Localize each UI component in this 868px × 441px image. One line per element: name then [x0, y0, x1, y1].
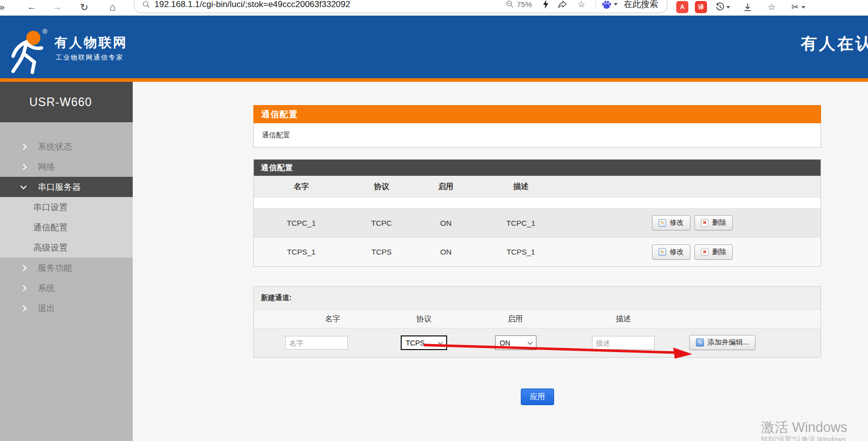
bookmark-star-icon[interactable]: ☆ [572, 0, 590, 12]
col-header-name: 名字 [254, 182, 349, 191]
search-engine-caret-icon[interactable] [614, 3, 618, 6]
col-header-description: 描述 [477, 182, 564, 191]
new-channel-section: 新建通道: 名字 协议 启用 描述 TCPS ON ↖ [253, 286, 821, 358]
new-channel-label: 新建通道: [254, 287, 821, 309]
divider [595, 0, 596, 9]
edit-button[interactable]: ✎ 修改 [652, 215, 690, 230]
sidebar-item-system[interactable]: 系统 [0, 278, 133, 298]
sidebar-item-advanced-settings[interactable]: 高级设置 [0, 237, 133, 258]
edit-button-label: 修改 [670, 218, 684, 227]
add-icon: ↖ [696, 338, 704, 347]
delete-button[interactable]: ✕ 删除 [694, 244, 733, 260]
home-icon[interactable]: ⌂ [105, 0, 120, 14]
table-header-row: 名字 协议 启用 描述 [254, 176, 821, 198]
screen: » ← → ↻ ⌂ 192.168.1.1/cgi-bin/luci/;stok… [0, 0, 868, 441]
sidebar-item-logout[interactable]: 退出 [0, 298, 133, 318]
cell-name: TCPS_1 [254, 248, 349, 256]
sidebar-item-label: 串口设置 [33, 202, 68, 213]
apply-button[interactable]: 应用 [521, 388, 554, 405]
table-row: TCPS_1 TCPS ON TCPS_1 ✎ 修改 ✕ 删除 [254, 237, 821, 266]
edit-pencil-icon: ✎ [659, 248, 666, 256]
cell-protocol: TCPC [349, 219, 414, 227]
url-text[interactable]: 192.168.1.1/cgi-bin/luci/;stok=e49ccc200… [154, 0, 350, 10]
pdf-extension-icon[interactable]: A [675, 0, 690, 14]
cell-enabled: ON [414, 219, 477, 227]
form-col-description: 描述 [616, 314, 631, 324]
header-accent-stripe [0, 78, 868, 82]
registered-mark: ® [42, 28, 47, 35]
back-icon[interactable]: ← [24, 0, 39, 14]
brand-title: 有人物联网 [55, 34, 128, 52]
chevron-right-icon [20, 164, 27, 170]
favorites-star-icon[interactable]: ☆ [764, 0, 779, 14]
brand-subtitle: 工业物联网通信专家 [56, 53, 124, 62]
col-header-protocol: 协议 [349, 182, 414, 191]
description-input[interactable] [592, 336, 655, 350]
baidu-paw-icon[interactable] [601, 0, 612, 9]
chevron-down-icon [20, 183, 27, 189]
sidebar-submenu: 串口设置 通信配置 高级设置 [0, 197, 133, 258]
sidebar-item-service-functions[interactable]: 服务功能 [0, 258, 133, 278]
sidebar-item-label: 高级设置 [33, 242, 68, 254]
sidebar-item-comm-config[interactable]: 通信配置 [0, 217, 133, 237]
browser-toolbar: » ← → ↻ ⌂ 192.168.1.1/cgi-bin/luci/;stok… [0, 0, 868, 16]
form-col-enabled: 启用 [508, 314, 523, 324]
chevron-right-icon [20, 285, 27, 291]
history-icon[interactable] [714, 0, 732, 14]
cell-name: TCPC_1 [254, 219, 349, 227]
download-icon[interactable] [740, 0, 755, 14]
protocol-select[interactable]: TCPS [401, 335, 447, 350]
sidebar-item-serial-server[interactable]: 串口服务器 [0, 177, 133, 197]
select-chevron-icon [438, 339, 443, 345]
chevron-right-icon [20, 305, 27, 312]
table-title: 通信配置 [254, 160, 821, 176]
cell-description: TCPC_1 [477, 219, 564, 227]
scissors-icon[interactable]: ✂ [788, 0, 808, 14]
delete-x-icon: ✕ [701, 248, 709, 256]
edit-button-label: 修改 [670, 248, 684, 257]
sidebar-item-serial-settings[interactable]: 串口设置 [0, 197, 133, 217]
sidebar-item-label: 服务功能 [38, 262, 72, 274]
table-empty-row [254, 198, 821, 209]
page-title: 通信配置 [253, 105, 821, 123]
enabled-select[interactable]: ON [495, 335, 536, 350]
col-header-enabled: 启用 [414, 182, 477, 191]
add-and-edit-label: 添加并编辑... [708, 338, 749, 347]
header-slogan: 有人在认真 [801, 33, 868, 55]
edit-pencil-icon: ✎ [659, 219, 666, 227]
delete-button[interactable]: ✕ 删除 [694, 215, 733, 230]
edit-button[interactable]: ✎ 修改 [652, 244, 690, 260]
zoom-level[interactable]: 75% [517, 0, 532, 9]
sidebar-item-network[interactable]: 网络 [0, 157, 133, 177]
add-and-edit-button[interactable]: ↖ 添加并编辑... [689, 335, 755, 350]
sidebar-item-system-status[interactable]: 系统状态 [0, 136, 133, 157]
chevron-right-icon [20, 143, 27, 150]
share-icon[interactable] [552, 0, 572, 12]
search-hint[interactable]: 在此搜索 [624, 0, 658, 10]
name-input[interactable] [285, 336, 348, 350]
delete-x-icon: ✕ [701, 219, 709, 227]
form-col-protocol: 协议 [416, 314, 431, 324]
protocol-select-value: TCPS [406, 339, 424, 347]
lightning-icon[interactable] [539, 0, 552, 12]
address-bar[interactable]: 192.168.1.1/cgi-bin/luci/;stok=e49ccc200… [134, 0, 668, 13]
sidebar-item-label: 系统状态 [38, 141, 72, 153]
chevron-double-icon[interactable]: » [0, 0, 7, 14]
device-name: USR-W660 [0, 82, 133, 122]
sidebar: USR-W660 系统状态 网络 串口服务器 串口设置 通信配置 [0, 82, 133, 441]
sidebar-item-label: 通信配置 [33, 222, 68, 233]
form-col-name: 名字 [325, 314, 340, 324]
delete-button-label: 删除 [712, 248, 726, 257]
refresh-icon[interactable]: ↻ [77, 0, 92, 14]
forward-icon: → [49, 0, 65, 14]
sidebar-item-label: 网络 [38, 161, 55, 173]
translate-extension-icon[interactable]: 译 [693, 0, 709, 14]
usr-logo-icon: ® [4, 27, 50, 77]
site-header: ® 有人物联网 工业物联网通信专家 有人在认真 [0, 16, 868, 78]
zoom-out-icon[interactable] [506, 0, 514, 9]
chevron-right-icon [20, 265, 27, 271]
search-icon [142, 1, 150, 9]
new-channel-header-row: 名字 协议 启用 描述 [254, 309, 821, 328]
new-channel-input-row: TCPS ON ↖ 添加并编辑... [254, 328, 821, 357]
enabled-select-value: ON [500, 339, 510, 347]
